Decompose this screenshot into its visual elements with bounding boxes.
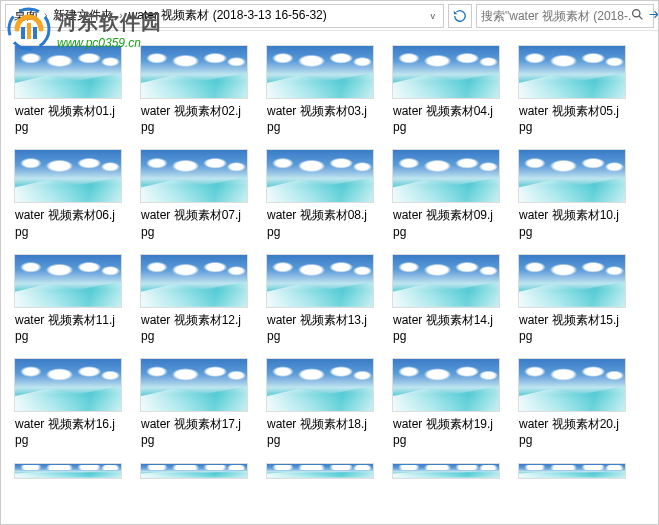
file-thumbnail bbox=[266, 254, 374, 308]
file-name-label: water 视频素材03.jpg bbox=[265, 103, 375, 135]
file-thumbnail bbox=[14, 358, 122, 412]
refresh-button[interactable] bbox=[448, 4, 472, 28]
file-thumbnail bbox=[518, 254, 626, 308]
file-item[interactable] bbox=[387, 459, 505, 487]
file-thumbnail bbox=[266, 358, 374, 412]
file-item[interactable]: water 视频素材16.jpg bbox=[9, 354, 127, 452]
breadcrumb-item[interactable]: 新建文件夹 bbox=[49, 5, 117, 27]
file-thumbnail bbox=[140, 254, 248, 308]
file-thumbnail bbox=[392, 358, 500, 412]
svg-line-5 bbox=[639, 16, 642, 19]
file-item[interactable] bbox=[513, 459, 631, 487]
file-item[interactable] bbox=[9, 459, 127, 487]
file-item[interactable]: water 视频素材12.jpg bbox=[135, 250, 253, 348]
svg-point-4 bbox=[633, 9, 640, 16]
file-thumbnail bbox=[518, 45, 626, 99]
chevron-down-icon[interactable]: v bbox=[427, 11, 440, 21]
file-name-label: water 视频素材06.jpg bbox=[13, 207, 123, 239]
file-name-label: water 视频素材08.jpg bbox=[265, 207, 375, 239]
file-thumbnail bbox=[518, 149, 626, 203]
file-name-label: water 视频素材17.jpg bbox=[139, 416, 249, 448]
file-item[interactable]: water 视频素材04.jpg bbox=[387, 41, 505, 139]
file-name-label: water 视频素材05.jpg bbox=[517, 103, 627, 135]
file-item[interactable]: water 视频素材09.jpg bbox=[387, 145, 505, 243]
file-thumbnail bbox=[518, 463, 626, 479]
refresh-icon bbox=[453, 9, 467, 23]
file-item[interactable]: water 视频素材06.jpg bbox=[9, 145, 127, 243]
file-pane[interactable]: water 视频素材01.jpgwater 视频素材02.jpgwater 视频… bbox=[1, 31, 658, 524]
file-item[interactable]: water 视频素材17.jpg bbox=[135, 354, 253, 452]
chevron-right-icon[interactable]: › bbox=[117, 10, 124, 21]
file-thumbnail bbox=[266, 463, 374, 479]
file-name-label: water 视频素材04.jpg bbox=[391, 103, 501, 135]
file-name-label: water 视频素材19.jpg bbox=[391, 416, 501, 448]
file-item[interactable]: water 视频素材08.jpg bbox=[261, 145, 379, 243]
file-item[interactable]: water 视频素材03.jpg bbox=[261, 41, 379, 139]
search-box[interactable] bbox=[476, 4, 654, 28]
file-name-label: water 视频素材07.jpg bbox=[139, 207, 249, 239]
file-item[interactable]: water 视频素材19.jpg bbox=[387, 354, 505, 452]
file-thumbnail bbox=[140, 149, 248, 203]
file-name-label: water 视频素材13.jpg bbox=[265, 312, 375, 344]
file-name-label: water 视频素材15.jpg bbox=[517, 312, 627, 344]
file-thumbnail bbox=[392, 254, 500, 308]
file-thumbnail bbox=[14, 45, 122, 99]
file-name-label: water 视频素材10.jpg bbox=[517, 207, 627, 239]
file-name-label: water 视频素材09.jpg bbox=[391, 207, 501, 239]
file-thumbnail bbox=[140, 463, 248, 479]
file-thumbnail bbox=[518, 358, 626, 412]
file-item[interactable]: water 视频素材07.jpg bbox=[135, 145, 253, 243]
file-thumbnail bbox=[266, 149, 374, 203]
address-bar: 桌面 › 新建文件夹 › water 视频素材 (2018-3-13 16-56… bbox=[1, 1, 658, 31]
file-name-label: water 视频素材20.jpg bbox=[517, 416, 627, 448]
file-item[interactable] bbox=[135, 459, 253, 487]
file-thumbnail bbox=[14, 463, 122, 479]
breadcrumb-item[interactable]: water 视频素材 (2018-3-13 16-56-32) bbox=[125, 5, 331, 27]
file-thumbnail bbox=[14, 149, 122, 203]
file-item[interactable]: water 视频素材15.jpg bbox=[513, 250, 631, 348]
file-item[interactable]: water 视频素材20.jpg bbox=[513, 354, 631, 452]
file-name-label: water 视频素材12.jpg bbox=[139, 312, 249, 344]
search-go-icon[interactable] bbox=[648, 8, 659, 24]
breadcrumb[interactable]: 桌面 › 新建文件夹 › water 视频素材 (2018-3-13 16-56… bbox=[5, 4, 444, 28]
file-item[interactable]: water 视频素材13.jpg bbox=[261, 250, 379, 348]
file-item[interactable]: water 视频素材14.jpg bbox=[387, 250, 505, 348]
file-item[interactable]: water 视频素材01.jpg bbox=[9, 41, 127, 139]
file-name-label: water 视频素材11.jpg bbox=[13, 312, 123, 344]
file-thumbnail bbox=[266, 45, 374, 99]
file-name-label: water 视频素材02.jpg bbox=[139, 103, 249, 135]
file-item[interactable]: water 视频素材10.jpg bbox=[513, 145, 631, 243]
search-input[interactable] bbox=[481, 9, 631, 23]
file-item[interactable]: water 视频素材02.jpg bbox=[135, 41, 253, 139]
file-thumbnail bbox=[140, 45, 248, 99]
search-icon[interactable] bbox=[631, 8, 644, 24]
file-thumbnail bbox=[392, 463, 500, 479]
file-item[interactable]: water 视频素材18.jpg bbox=[261, 354, 379, 452]
file-thumbnail bbox=[392, 149, 500, 203]
file-name-label: water 视频素材01.jpg bbox=[13, 103, 123, 135]
file-item[interactable] bbox=[261, 459, 379, 487]
file-name-label: water 视频素材14.jpg bbox=[391, 312, 501, 344]
file-item[interactable]: water 视频素材11.jpg bbox=[9, 250, 127, 348]
file-thumbnail bbox=[392, 45, 500, 99]
file-thumbnail bbox=[140, 358, 248, 412]
file-item[interactable]: water 视频素材05.jpg bbox=[513, 41, 631, 139]
file-name-label: water 视频素材16.jpg bbox=[13, 416, 123, 448]
file-name-label: water 视频素材18.jpg bbox=[265, 416, 375, 448]
chevron-right-icon[interactable]: › bbox=[42, 10, 49, 21]
file-thumbnail bbox=[14, 254, 122, 308]
breadcrumb-item[interactable]: 桌面 bbox=[10, 5, 42, 27]
